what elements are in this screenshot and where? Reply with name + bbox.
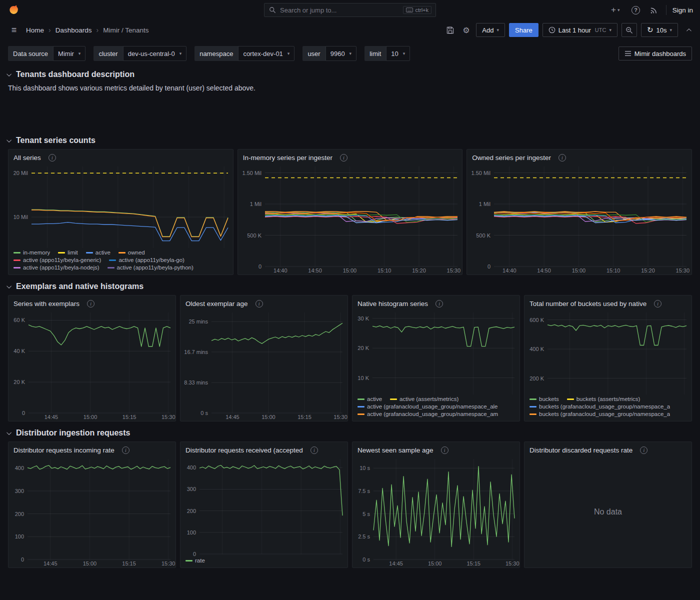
svg-text:0: 0 xyxy=(258,264,262,270)
variable-label: limit xyxy=(364,46,386,61)
oldest-exemplar-age-chart[interactable]: 14:4515:0015:1515:300 s8.33 mins16.7 min… xyxy=(180,310,348,421)
legend-item[interactable]: active (grafanacloud_usage_group/namespa… xyxy=(358,404,498,410)
legend-item[interactable]: rate xyxy=(186,558,205,564)
info-icon[interactable]: i xyxy=(340,154,348,162)
search-icon xyxy=(268,4,276,16)
breadcrumb-home[interactable]: Home xyxy=(26,26,44,34)
svg-text:400: 400 xyxy=(187,464,196,470)
zoom-out-button[interactable] xyxy=(622,23,637,37)
legend-item[interactable]: active xyxy=(86,250,110,256)
menu-icon[interactable]: ≡ xyxy=(8,24,20,36)
incoming-rate-chart[interactable]: 14:4515:0015:1515:300100200300400 xyxy=(8,456,176,568)
search-input[interactable] xyxy=(280,6,400,14)
legend-item[interactable]: buckets (grafanacloud_usage_group/namesp… xyxy=(530,404,670,410)
legend-item[interactable]: owned xyxy=(118,250,145,256)
legend-item[interactable]: active (appo11y/beyla-generic) xyxy=(14,257,101,263)
section-exemplars-header[interactable]: Exemplars and native histograms xyxy=(0,282,700,291)
save-dashboard-icon[interactable] xyxy=(444,24,456,36)
buckets-chart[interactable]: 14:4515:0015:1515:300200 K400 K600 K xyxy=(524,310,692,394)
panel-header[interactable]: Owned series per ingester i xyxy=(467,150,692,164)
svg-text:15:20: 15:20 xyxy=(412,268,426,274)
dashboard-settings-gear-icon[interactable]: ⚙ xyxy=(460,24,472,36)
grafana-logo-icon[interactable] xyxy=(7,4,20,16)
breadcrumb-dashboards[interactable]: Dashboards xyxy=(56,26,92,34)
info-icon[interactable]: i xyxy=(122,446,130,454)
legend-item[interactable]: active xyxy=(358,396,382,402)
news-rss-icon[interactable] xyxy=(648,4,660,16)
variable-namespace-dropdown[interactable]: cortex-dev-01▾ xyxy=(238,46,294,61)
buckets-legend: bucketsbuckets (asserts/metrics)buckets … xyxy=(524,394,692,421)
legend-item[interactable]: active (asserts/metrics) xyxy=(390,396,458,402)
series-with-exemplars-chart[interactable]: 14:4515:0015:1515:30020 K40 K60 K xyxy=(8,310,176,421)
info-icon[interactable]: i xyxy=(87,300,94,308)
section-description-header[interactable]: Tenants dashboard description xyxy=(0,70,700,79)
variable-datasource-dropdown[interactable]: Mimir▾ xyxy=(53,46,86,61)
info-icon[interactable]: i xyxy=(436,300,443,308)
panel-header[interactable]: All series i xyxy=(8,150,233,164)
newest-sample-age-chart[interactable]: 14:4515:0015:1515:300 s2.5 s5 s7.5 s10 s xyxy=(352,456,520,568)
collapse-toolbar-icon[interactable] xyxy=(682,24,694,36)
section-distributor-header[interactable]: Distributor ingestion requests xyxy=(0,428,700,438)
panel-title: Newest seen sample age xyxy=(358,446,434,454)
svg-text:0: 0 xyxy=(488,264,490,270)
section-series-counts-header[interactable]: Tenant series counts xyxy=(0,136,700,145)
panel-header[interactable]: Newest seen sample age i xyxy=(352,442,520,456)
info-icon[interactable]: i xyxy=(48,154,56,162)
svg-text:0: 0 xyxy=(193,551,196,556)
panel-header[interactable]: Distributor requests received (accepted … xyxy=(180,442,348,456)
svg-text:15:30: 15:30 xyxy=(446,268,460,274)
variable-user-dropdown[interactable]: 9960▾ xyxy=(326,46,356,61)
info-icon[interactable]: i xyxy=(654,300,662,308)
legend-item[interactable]: buckets xyxy=(530,396,559,402)
inmemory-per-ingester-chart[interactable]: 14:4014:5015:0015:1015:2015:300500 K1 Mi… xyxy=(238,164,462,274)
variable-cluster-dropdown[interactable]: dev-us-central-0▾ xyxy=(123,46,186,61)
panel-title: Distributor requests received (accepted xyxy=(186,446,303,454)
legend-item[interactable]: active (appo11y/beyla-nodejs) xyxy=(14,264,100,270)
variable-limit-dropdown[interactable]: 10▾ xyxy=(386,46,410,61)
native-histogram-legend: activeactive (asserts/metrics)active (gr… xyxy=(352,394,520,421)
search-box[interactable]: ctrl+k xyxy=(264,3,436,17)
dashboard-toolbar: ≡ Home › Dashboards › Mimir / Tenants ⚙ … xyxy=(0,20,700,40)
svg-text:10 s: 10 s xyxy=(360,465,370,471)
panel-header[interactable]: In-memory series per ingester i xyxy=(238,150,462,164)
legend-swatch xyxy=(186,560,192,562)
time-range-picker[interactable]: Last 1 hour UTC ▾ xyxy=(542,23,618,37)
svg-text:14:50: 14:50 xyxy=(538,268,552,274)
panel-all-series: All series i 14:4014:5015:0015:1015:2015… xyxy=(8,149,234,275)
info-icon[interactable]: i xyxy=(310,446,318,454)
native-histogram-series-chart[interactable]: 14:4515:0015:1515:30010 K20 K30 K xyxy=(352,310,520,394)
info-icon[interactable]: i xyxy=(640,446,648,454)
legend-item[interactable]: active (grafanacloud_usage_group/namespa… xyxy=(358,411,498,417)
svg-text:15:30: 15:30 xyxy=(162,560,176,566)
panel-header[interactable]: Distributor discarded requests rate i xyxy=(524,442,692,456)
svg-text:25 mins: 25 mins xyxy=(188,318,208,324)
legend-item[interactable]: in-memory xyxy=(14,250,50,256)
legend-item[interactable]: buckets (grafanacloud_usage_group/namesp… xyxy=(530,411,670,417)
owned-per-ingester-chart[interactable]: 14:4014:5015:0015:1015:2015:300500 K1 Mi… xyxy=(467,164,692,274)
all-series-legend: in-memorylimitactiveownedactive (appo11y… xyxy=(8,248,233,274)
legend-item[interactable]: active (appo11y/beyla-python) xyxy=(108,264,194,270)
info-icon[interactable]: i xyxy=(441,446,448,454)
panel-header[interactable]: Total number of buckets used by native i xyxy=(524,296,692,310)
all-series-chart[interactable]: 14:4014:5015:0015:1015:2015:30010 Mil20 … xyxy=(8,164,233,248)
legend-item[interactable]: buckets (asserts/metrics) xyxy=(567,396,640,402)
info-icon[interactable]: i xyxy=(256,300,263,308)
panel-header[interactable]: Series with exemplars i xyxy=(8,296,176,310)
received-rate-chart[interactable]: 14:4515:0015:1515:300100200300400 xyxy=(180,456,348,556)
legend-swatch xyxy=(390,398,397,400)
sign-in-link[interactable]: Sign in xyxy=(672,6,693,14)
panel-header[interactable]: Oldest exemplar age i xyxy=(180,296,348,310)
info-icon[interactable]: i xyxy=(558,154,566,162)
mimir-dashboards-button[interactable]: Mimir dashboards xyxy=(618,46,692,60)
share-button[interactable]: Share xyxy=(509,23,538,37)
add-button[interactable]: Add▾ xyxy=(476,23,505,37)
legend-item[interactable]: active (appo11y/beyla-go) xyxy=(109,257,184,263)
refresh-button-group[interactable]: ↻ 10s ▾ xyxy=(641,23,678,37)
help-icon[interactable]: ? xyxy=(630,4,642,16)
legend-swatch xyxy=(530,414,536,415)
panel-header[interactable]: Native histogram series i xyxy=(352,296,520,310)
new-menu-button[interactable]: +▾ xyxy=(607,4,624,16)
svg-text:15:15: 15:15 xyxy=(294,555,308,556)
legend-item[interactable]: limit xyxy=(58,250,78,256)
panel-header[interactable]: Distributor requests incoming rate i xyxy=(8,442,176,456)
